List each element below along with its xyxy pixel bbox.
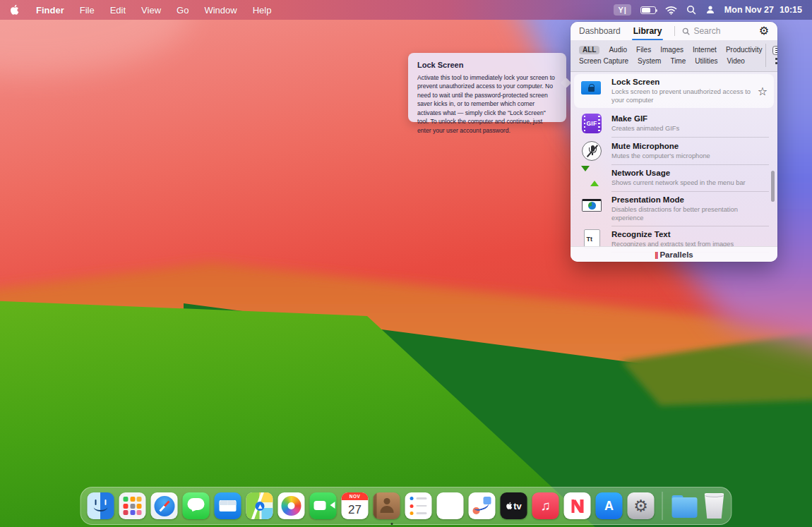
- tool-list: Lock Screen Locks screen to prevent unau…: [571, 74, 777, 253]
- tool-title: Presentation Mode: [611, 195, 768, 204]
- dock-appstore-icon[interactable]: A: [596, 492, 623, 519]
- tool-desc: Shows current network speed in the menu …: [611, 178, 768, 187]
- tool-title: Mute Microphone: [611, 142, 768, 150]
- user-switch-icon[interactable]: [705, 5, 715, 15]
- make-gif-icon: GIF: [579, 114, 604, 133]
- tool-row-lock-screen[interactable]: Lock Screen Locks screen to prevent unau…: [574, 74, 774, 108]
- finder-running-indicator: [390, 523, 393, 526]
- dock-facetime-icon[interactable]: [310, 492, 337, 519]
- dock-downloads-folder-icon[interactable]: [671, 495, 699, 519]
- parallels-logo-icon: ||: [655, 250, 657, 259]
- category-time[interactable]: Time: [670, 57, 686, 65]
- menu-finder[interactable]: Finder: [36, 5, 64, 16]
- dock-notes-icon[interactable]: [437, 492, 464, 519]
- tool-title: Lock Screen: [611, 78, 753, 86]
- tool-row-presentation-mode[interactable]: Presentation Mode Disables distractions …: [571, 192, 777, 226]
- menu-go[interactable]: Go: [177, 5, 189, 16]
- battery-icon[interactable]: [640, 6, 656, 14]
- tool-desc: Mutes the computer's microphone: [611, 152, 768, 160]
- wifi-icon[interactable]: [665, 6, 677, 15]
- list-view-button[interactable]: [772, 46, 777, 55]
- category-video[interactable]: Video: [727, 57, 744, 65]
- parallels-logo-text: Parallels: [659, 250, 693, 259]
- tooltip-body: Activate this tool to immediately lock y…: [417, 73, 557, 135]
- category-audio[interactable]: Audio: [609, 46, 627, 54]
- dock-tv-icon[interactable]: tv: [501, 492, 527, 519]
- category-system[interactable]: System: [638, 57, 661, 65]
- favorite-star-icon[interactable]: ☆: [758, 85, 768, 98]
- menubar-clock[interactable]: Mon Nov 27 10:15: [724, 5, 802, 15]
- category-images[interactable]: Images: [660, 46, 683, 54]
- lock-screen-tooltip: Lock Screen Activate this tool to immedi…: [408, 53, 566, 122]
- dock-system-settings-icon[interactable]: ⚙: [628, 492, 655, 519]
- menu-bar: Finder File Edit View Go Window Help Y|: [0, 0, 812, 20]
- tab-library[interactable]: Library: [633, 22, 662, 40]
- menubar-time: 10:15: [780, 5, 802, 15]
- tool-row-mute-microphone[interactable]: Mute Microphone Mutes the computer's mic…: [571, 138, 777, 164]
- tool-title: Make GIF: [611, 114, 768, 123]
- search-input[interactable]: Search: [682, 26, 758, 36]
- category-internet[interactable]: Internet: [693, 46, 717, 54]
- gear-icon[interactable]: ⚙: [759, 25, 769, 37]
- dock-mail-icon[interactable]: [215, 492, 241, 519]
- tool-desc: Disables distractions for better present…: [611, 205, 768, 222]
- menu-file[interactable]: File: [80, 5, 95, 16]
- presentation-mode-icon: [579, 199, 604, 219]
- tool-title: Network Usage: [611, 169, 768, 177]
- dock-maps-icon[interactable]: [246, 492, 273, 519]
- desktop: Finder File Edit View Go Window Help Y|: [0, 0, 812, 527]
- dock-news-icon[interactable]: [564, 492, 591, 519]
- dock-photos-icon[interactable]: [278, 492, 305, 519]
- category-screen-capture[interactable]: Screen Capture: [579, 57, 628, 65]
- tool-title: Recognize Text: [611, 230, 768, 238]
- panel-footer: || Parallels: [571, 246, 777, 262]
- category-bar: ALL Audio Files Images Internet Producti…: [571, 40, 777, 72]
- dock-divider: [662, 492, 663, 520]
- tooltip-title: Lock Screen: [417, 61, 557, 69]
- dock-reminders-icon[interactable]: [405, 492, 432, 519]
- category-productivity[interactable]: Productivity: [726, 46, 763, 54]
- mute-microphone-icon: [579, 141, 604, 161]
- dock-freeform-icon[interactable]: [469, 492, 496, 519]
- dock-contacts-icon[interactable]: [374, 492, 400, 519]
- scrollbar-thumb[interactable]: [771, 171, 775, 202]
- menu-help[interactable]: Help: [253, 5, 272, 16]
- tool-desc: Locks screen to prevent unauthorized acc…: [611, 87, 753, 104]
- spotlight-search-icon[interactable]: [686, 5, 696, 15]
- grid-view-button[interactable]: [775, 58, 777, 65]
- menu-window[interactable]: Window: [204, 5, 237, 16]
- tool-row-network-usage[interactable]: Network Usage Shows current network spee…: [571, 164, 777, 191]
- dock-messages-icon[interactable]: [183, 492, 210, 519]
- category-utilities[interactable]: Utilities: [695, 57, 717, 65]
- header-divider: [674, 26, 675, 36]
- apple-menu-icon[interactable]: [10, 4, 20, 16]
- lock-screen-icon: [579, 81, 604, 101]
- dock-trash-icon[interactable]: [704, 493, 725, 519]
- menu-view[interactable]: View: [141, 5, 161, 16]
- parallels-toolbox-menubar-icon[interactable]: Y|: [614, 4, 631, 16]
- panel-header: Dashboard Library Search ⚙: [571, 22, 777, 40]
- dock-safari-icon[interactable]: [151, 492, 178, 519]
- parallels-toolbox-panel: Dashboard Library Search ⚙ ALL Audio Fil…: [571, 22, 777, 262]
- tool-desc: Creates animated GIFs: [611, 124, 768, 133]
- menubar-date: Mon Nov 27: [724, 5, 774, 15]
- menu-edit[interactable]: Edit: [110, 5, 126, 16]
- dock-launchpad-icon[interactable]: [119, 492, 146, 519]
- category-files[interactable]: Files: [636, 46, 651, 54]
- search-placeholder: Search: [693, 26, 720, 36]
- dock: NOV 27 tv ♫ A ⚙: [80, 487, 732, 525]
- dock-finder-icon[interactable]: [88, 492, 114, 519]
- search-icon: [682, 28, 690, 35]
- dock-music-icon[interactable]: ♫: [532, 492, 559, 519]
- tool-row-make-gif[interactable]: GIF Make GIF Creates animated GIFs: [571, 110, 777, 137]
- tab-dashboard[interactable]: Dashboard: [579, 22, 621, 40]
- network-usage-icon: [579, 168, 604, 188]
- dock-calendar-icon[interactable]: NOV 27: [342, 492, 369, 519]
- category-all[interactable]: ALL: [579, 46, 599, 54]
